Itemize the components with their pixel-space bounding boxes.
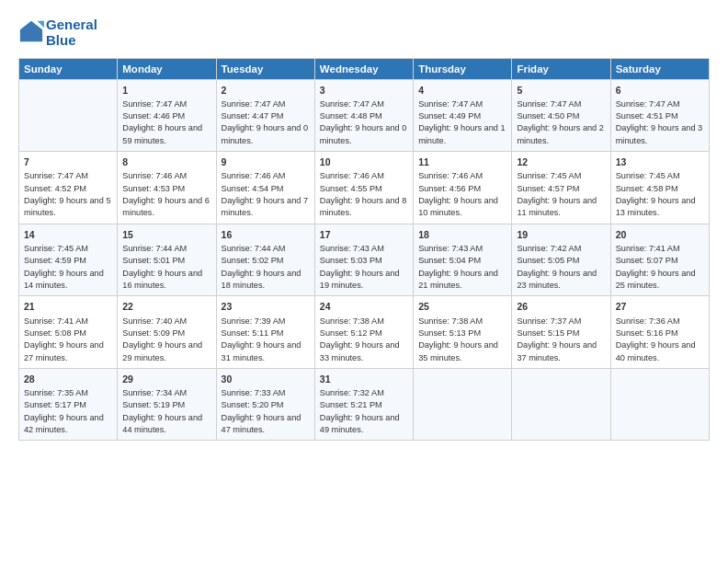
day-cell: 20Sunrise: 7:41 AMSunset: 5:07 PMDayligh… bbox=[610, 224, 709, 296]
day-info: Sunrise: 7:33 AMSunset: 5:20 PMDaylight:… bbox=[222, 387, 310, 436]
day-number: 31 bbox=[320, 373, 408, 386]
day-info: Sunrise: 7:34 AMSunset: 5:19 PMDaylight:… bbox=[122, 387, 210, 436]
day-cell: 11Sunrise: 7:46 AMSunset: 4:56 PMDayligh… bbox=[414, 152, 512, 224]
day-info: Sunrise: 7:46 AMSunset: 4:54 PMDaylight:… bbox=[222, 170, 310, 219]
day-info: Sunrise: 7:32 AMSunset: 5:21 PMDaylight:… bbox=[320, 387, 408, 436]
day-number: 30 bbox=[222, 373, 310, 386]
day-cell: 5Sunrise: 7:47 AMSunset: 4:50 PMDaylight… bbox=[512, 79, 610, 152]
day-cell bbox=[19, 79, 118, 152]
day-number: 3 bbox=[320, 84, 408, 98]
day-info: Sunrise: 7:47 AMSunset: 4:52 PMDaylight:… bbox=[24, 170, 112, 219]
day-cell bbox=[414, 368, 512, 441]
col-header-friday: Friday bbox=[512, 58, 610, 79]
week-row-4: 21Sunrise: 7:41 AMSunset: 5:08 PMDayligh… bbox=[19, 296, 710, 369]
col-header-monday: Monday bbox=[118, 58, 216, 79]
day-info: Sunrise: 7:47 AMSunset: 4:49 PMDaylight:… bbox=[418, 98, 506, 147]
week-row-2: 7Sunrise: 7:47 AMSunset: 4:52 PMDaylight… bbox=[19, 152, 710, 224]
day-cell: 22Sunrise: 7:40 AMSunset: 5:09 PMDayligh… bbox=[118, 296, 216, 369]
day-info: Sunrise: 7:46 AMSunset: 4:55 PMDaylight:… bbox=[320, 170, 408, 219]
day-number: 18 bbox=[418, 228, 506, 242]
day-number: 11 bbox=[418, 155, 506, 169]
day-cell: 30Sunrise: 7:33 AMSunset: 5:20 PMDayligh… bbox=[216, 368, 314, 441]
day-number: 28 bbox=[24, 373, 112, 386]
day-cell: 23Sunrise: 7:39 AMSunset: 5:11 PMDayligh… bbox=[216, 296, 314, 369]
week-row-5: 28Sunrise: 7:35 AMSunset: 5:17 PMDayligh… bbox=[19, 368, 710, 441]
day-cell: 29Sunrise: 7:34 AMSunset: 5:19 PMDayligh… bbox=[118, 368, 216, 441]
day-cell: 13Sunrise: 7:45 AMSunset: 4:58 PMDayligh… bbox=[610, 152, 709, 224]
day-info: Sunrise: 7:36 AMSunset: 5:16 PMDaylight:… bbox=[616, 316, 704, 364]
logo-icon bbox=[18, 19, 44, 45]
day-info: Sunrise: 7:47 AMSunset: 4:51 PMDaylight:… bbox=[616, 98, 704, 147]
day-info: Sunrise: 7:35 AMSunset: 5:17 PMDaylight:… bbox=[24, 387, 112, 436]
day-info: Sunrise: 7:47 AMSunset: 4:46 PMDaylight:… bbox=[122, 98, 210, 147]
day-cell: 3Sunrise: 7:47 AMSunset: 4:48 PMDaylight… bbox=[314, 79, 413, 152]
day-cell bbox=[610, 368, 709, 441]
col-header-tuesday: Tuesday bbox=[216, 58, 314, 79]
day-number: 23 bbox=[222, 300, 310, 314]
day-cell: 4Sunrise: 7:47 AMSunset: 4:49 PMDaylight… bbox=[414, 79, 512, 152]
col-header-thursday: Thursday bbox=[414, 58, 512, 79]
day-info: Sunrise: 7:42 AMSunset: 5:05 PMDaylight:… bbox=[517, 243, 605, 292]
calendar-table: SundayMondayTuesdayWednesdayThursdayFrid… bbox=[18, 58, 710, 442]
day-number: 21 bbox=[24, 300, 112, 314]
day-info: Sunrise: 7:47 AMSunset: 4:48 PMDaylight:… bbox=[320, 98, 408, 147]
day-number: 15 bbox=[122, 228, 210, 242]
day-cell: 25Sunrise: 7:38 AMSunset: 5:13 PMDayligh… bbox=[414, 296, 512, 369]
day-number: 20 bbox=[616, 228, 704, 242]
day-info: Sunrise: 7:47 AMSunset: 4:47 PMDaylight:… bbox=[222, 98, 310, 147]
day-number: 29 bbox=[122, 373, 210, 386]
day-cell: 2Sunrise: 7:47 AMSunset: 4:47 PMDaylight… bbox=[216, 79, 314, 152]
logo-text: General Blue bbox=[46, 17, 97, 49]
day-info: Sunrise: 7:45 AMSunset: 4:59 PMDaylight:… bbox=[24, 243, 112, 292]
day-number: 27 bbox=[616, 300, 704, 314]
day-cell: 14Sunrise: 7:45 AMSunset: 4:59 PMDayligh… bbox=[19, 224, 118, 296]
day-cell: 1Sunrise: 7:47 AMSunset: 4:46 PMDaylight… bbox=[118, 79, 216, 152]
day-cell: 16Sunrise: 7:44 AMSunset: 5:02 PMDayligh… bbox=[216, 224, 314, 296]
day-cell: 31Sunrise: 7:32 AMSunset: 5:21 PMDayligh… bbox=[314, 368, 413, 441]
day-number: 26 bbox=[517, 300, 605, 314]
day-info: Sunrise: 7:40 AMSunset: 5:09 PMDaylight:… bbox=[122, 316, 210, 364]
day-cell: 28Sunrise: 7:35 AMSunset: 5:17 PMDayligh… bbox=[19, 368, 118, 441]
page: General Blue SundayMondayTuesdayWednesda… bbox=[0, 0, 728, 563]
day-info: Sunrise: 7:46 AMSunset: 4:56 PMDaylight:… bbox=[418, 170, 506, 219]
day-number: 7 bbox=[24, 155, 112, 169]
day-cell: 21Sunrise: 7:41 AMSunset: 5:08 PMDayligh… bbox=[19, 296, 118, 369]
day-cell: 24Sunrise: 7:38 AMSunset: 5:12 PMDayligh… bbox=[314, 296, 413, 369]
day-info: Sunrise: 7:41 AMSunset: 5:08 PMDaylight:… bbox=[24, 316, 112, 364]
day-number: 24 bbox=[320, 300, 408, 314]
day-number: 6 bbox=[616, 84, 704, 98]
day-cell: 12Sunrise: 7:45 AMSunset: 4:57 PMDayligh… bbox=[512, 152, 610, 224]
week-row-1: 1Sunrise: 7:47 AMSunset: 4:46 PMDaylight… bbox=[19, 79, 710, 152]
day-cell: 7Sunrise: 7:47 AMSunset: 4:52 PMDaylight… bbox=[19, 152, 118, 224]
col-header-sunday: Sunday bbox=[19, 58, 118, 79]
day-cell: 8Sunrise: 7:46 AMSunset: 4:53 PMDaylight… bbox=[118, 152, 216, 224]
day-cell: 18Sunrise: 7:43 AMSunset: 5:04 PMDayligh… bbox=[414, 224, 512, 296]
day-number: 25 bbox=[418, 300, 506, 314]
day-info: Sunrise: 7:39 AMSunset: 5:11 PMDaylight:… bbox=[222, 316, 310, 364]
day-cell: 17Sunrise: 7:43 AMSunset: 5:03 PMDayligh… bbox=[314, 224, 413, 296]
day-number: 4 bbox=[418, 84, 506, 98]
day-number: 17 bbox=[320, 228, 408, 242]
day-cell: 19Sunrise: 7:42 AMSunset: 5:05 PMDayligh… bbox=[512, 224, 610, 296]
header: General Blue bbox=[18, 17, 710, 49]
col-header-wednesday: Wednesday bbox=[314, 58, 413, 79]
logo: General Blue bbox=[18, 17, 97, 49]
day-cell bbox=[512, 368, 610, 441]
day-cell: 15Sunrise: 7:44 AMSunset: 5:01 PMDayligh… bbox=[118, 224, 216, 296]
day-info: Sunrise: 7:43 AMSunset: 5:03 PMDaylight:… bbox=[320, 243, 408, 292]
day-info: Sunrise: 7:47 AMSunset: 4:50 PMDaylight:… bbox=[517, 98, 605, 147]
day-number: 14 bbox=[24, 228, 112, 242]
day-info: Sunrise: 7:41 AMSunset: 5:07 PMDaylight:… bbox=[616, 243, 704, 292]
day-number: 5 bbox=[517, 84, 605, 98]
day-info: Sunrise: 7:45 AMSunset: 4:57 PMDaylight:… bbox=[517, 170, 605, 219]
day-number: 22 bbox=[122, 300, 210, 314]
day-number: 1 bbox=[122, 84, 210, 98]
day-info: Sunrise: 7:37 AMSunset: 5:15 PMDaylight:… bbox=[517, 316, 605, 364]
day-cell: 6Sunrise: 7:47 AMSunset: 4:51 PMDaylight… bbox=[610, 79, 709, 152]
day-info: Sunrise: 7:44 AMSunset: 5:01 PMDaylight:… bbox=[122, 243, 210, 292]
day-number: 2 bbox=[222, 84, 310, 98]
day-info: Sunrise: 7:38 AMSunset: 5:13 PMDaylight:… bbox=[418, 316, 506, 364]
day-cell: 9Sunrise: 7:46 AMSunset: 4:54 PMDaylight… bbox=[216, 152, 314, 224]
week-row-3: 14Sunrise: 7:45 AMSunset: 4:59 PMDayligh… bbox=[19, 224, 710, 296]
day-cell: 26Sunrise: 7:37 AMSunset: 5:15 PMDayligh… bbox=[512, 296, 610, 369]
